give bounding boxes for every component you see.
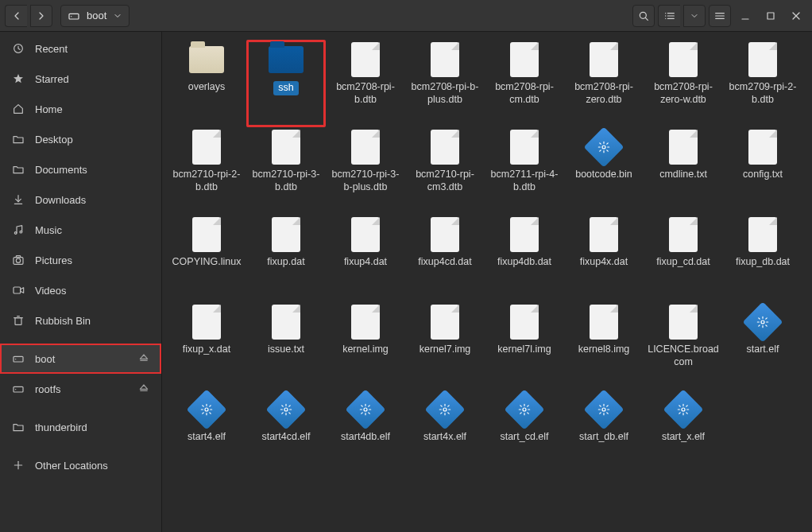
file-item[interactable]: bcm2710-rpi-cm3.dtb	[405, 127, 485, 215]
file-label: bcm2710-rpi-cm3.dtb	[408, 169, 481, 193]
file-item[interactable]: start4x.elf	[405, 390, 485, 477]
file-icon	[272, 217, 300, 252]
star-icon	[11, 72, 25, 85]
file-item[interactable]: fixup_db.dat	[723, 215, 802, 302]
file-item[interactable]: bcm2708-rpi-zero-w.dtb	[644, 40, 723, 127]
file-item[interactable]: fixup_cd.dat	[644, 215, 723, 302]
file-item[interactable]: fixup_x.dat	[167, 302, 246, 390]
headerbar: boot	[0, 0, 812, 32]
sidebar-item-starred[interactable]: Starred	[0, 64, 161, 94]
file-item[interactable]: fixup4db.dat	[485, 215, 564, 302]
eject-button[interactable]	[137, 351, 150, 367]
search-button[interactable]	[632, 5, 655, 27]
nav-forward-button[interactable]	[30, 5, 52, 27]
sidebar-item-thunderbird[interactable]: thunderbird	[0, 412, 161, 442]
file-item[interactable]: fixup4.dat	[326, 215, 405, 302]
icon-view[interactable]: overlayssshbcm2708-rpi-b.dtbbcm2708-rpi-…	[162, 32, 812, 532]
file-label: bcm2710-rpi-2-b.dtb	[170, 169, 243, 193]
file-item[interactable]: kernel.img	[326, 302, 405, 390]
file-label: kernel7.img	[420, 344, 471, 356]
file-item[interactable]: issue.txt	[246, 302, 326, 390]
file-item[interactable]: fixup4cd.dat	[405, 215, 485, 302]
sidebar-item-rubbish-bin[interactable]: Rubbish Bin	[0, 305, 161, 336]
file-item[interactable]: overlays	[167, 40, 246, 127]
file-label: issue.txt	[268, 344, 304, 356]
window-maximize-button[interactable]	[760, 5, 782, 27]
svg-point-8	[665, 15, 666, 16]
file-label: fixup_cd.dat	[656, 256, 710, 269]
file-item[interactable]: bcm2708-rpi-b-plus.dtb	[405, 40, 485, 127]
file-item[interactable]: start.elf	[723, 302, 802, 390]
file-item[interactable]: kernel7l.img	[485, 302, 564, 390]
sidebar-item-other-locations[interactable]: Other Locations	[0, 450, 161, 480]
file-item[interactable]: config.txt	[723, 127, 802, 215]
file-label: start4x.elf	[423, 431, 466, 444]
file-item[interactable]: LICENCE.broadcom	[644, 302, 723, 390]
file-item[interactable]: bcm2710-rpi-3-b.dtb	[246, 127, 326, 215]
hamburger-icon	[713, 10, 726, 22]
executable-icon	[584, 390, 624, 430]
file-item[interactable]: cmdline.txt	[644, 127, 723, 215]
file-label: start.elf	[747, 344, 779, 356]
file-item[interactable]: kernel8.img	[564, 302, 644, 390]
file-item[interactable]: start4cd.elf	[246, 390, 326, 477]
file-icon	[510, 130, 539, 165]
file-item[interactable]: bcm2708-rpi-b.dtb	[326, 40, 405, 127]
sidebar-item-rootfs[interactable]: rootfs	[0, 374, 161, 404]
file-label: bcm2708-rpi-b-plus.dtb	[408, 81, 481, 106]
file-item[interactable]: bootcode.bin	[564, 127, 644, 215]
view-list-button[interactable]	[658, 5, 680, 27]
caret-down-icon	[113, 11, 122, 21]
file-item[interactable]: ssh	[246, 40, 326, 127]
file-item[interactable]: bcm2711-rpi-4-b.dtb	[485, 127, 564, 215]
file-item[interactable]: start_db.elf	[564, 390, 644, 477]
path-bar[interactable]: boot	[60, 5, 130, 27]
eject-button[interactable]	[137, 382, 150, 397]
file-item[interactable]: start4db.elf	[326, 390, 405, 477]
trash-icon	[11, 314, 25, 327]
file-label: start_db.elf	[579, 431, 628, 444]
file-icon	[431, 305, 459, 340]
file-item[interactable]: bcm2708-rpi-cm.dtb	[485, 40, 564, 127]
nav-back-button[interactable]	[5, 5, 27, 27]
sidebar-item-label: Starred	[35, 73, 69, 85]
file-label: start4cd.elf	[261, 431, 310, 444]
window-minimize-button[interactable]	[734, 5, 756, 27]
hamburger-menu-button[interactable]	[709, 5, 731, 27]
file-item[interactable]: start_x.elf	[644, 390, 723, 477]
sidebar-item-label: Music	[35, 224, 62, 236]
file-item[interactable]: fixup.dat	[246, 215, 326, 302]
sidebar-item-home[interactable]: Home	[0, 94, 161, 124]
file-label: ssh	[273, 81, 298, 95]
file-item[interactable]: fixup4x.dat	[564, 215, 644, 302]
file-item[interactable]: kernel7.img	[405, 302, 485, 390]
view-options-button[interactable]	[683, 5, 706, 27]
file-label: bcm2708-rpi-zero.dtb	[567, 81, 640, 106]
close-icon	[790, 10, 802, 22]
file-item[interactable]: bcm2708-rpi-zero.dtb	[564, 40, 644, 127]
sidebar-item-pictures[interactable]: Pictures	[0, 245, 161, 275]
file-item[interactable]: bcm2710-rpi-2-b.dtb	[167, 127, 246, 215]
places-sidebar: RecentStarredHomeDesktopDocumentsDownloa…	[0, 32, 162, 532]
sidebar-item-music[interactable]: Music	[0, 215, 161, 245]
file-item[interactable]: bcm2709-rpi-2-b.dtb	[723, 40, 802, 127]
sidebar-item-label: Downloads	[35, 194, 86, 206]
sidebar-item-boot[interactable]: boot	[0, 344, 161, 374]
sidebar-item-recent[interactable]: Recent	[0, 33, 161, 64]
file-item[interactable]: start4.elf	[167, 390, 246, 477]
file-item[interactable]: start_cd.elf	[485, 390, 564, 477]
window-close-button[interactable]	[785, 5, 807, 27]
file-label: fixup.dat	[267, 256, 304, 269]
sidebar-item-downloads[interactable]: Downloads	[0, 184, 161, 215]
sidebar-item-desktop[interactable]: Desktop	[0, 124, 161, 154]
file-item[interactable]: COPYING.linux	[167, 215, 246, 302]
sidebar-item-documents[interactable]: Documents	[0, 154, 161, 184]
file-item[interactable]: bcm2710-rpi-3-b-plus.dtb	[326, 127, 405, 215]
sidebar-item-label: Other Locations	[35, 460, 108, 472]
folder-icon	[11, 163, 25, 176]
sidebar-item-videos[interactable]: Videos	[0, 275, 161, 305]
sidebar-item-label: thunderbird	[35, 421, 87, 433]
sidebar-item-label: Videos	[35, 285, 67, 297]
video-icon	[11, 284, 25, 297]
folder-icon	[269, 46, 304, 73]
